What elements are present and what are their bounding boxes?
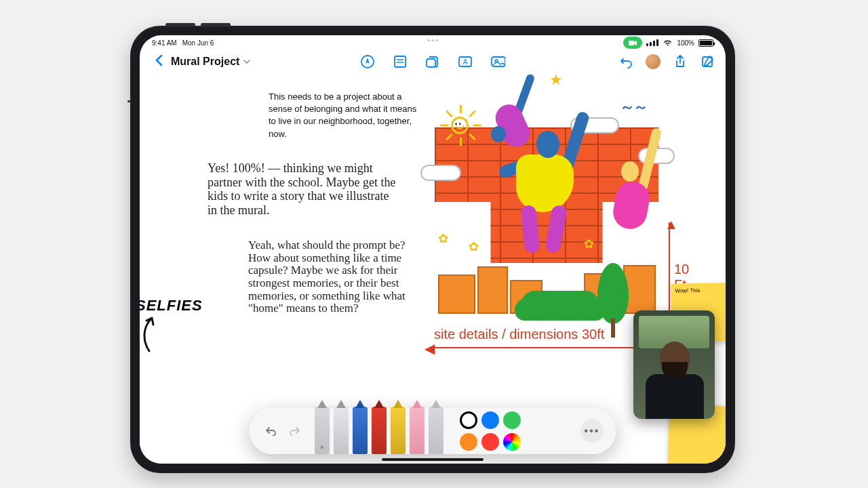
status-bar: 9:41 AM Mon Jun 6 100% — [140, 35, 726, 50]
sticky-note-button[interactable] — [393, 54, 408, 69]
pencil-tool[interactable] — [334, 407, 349, 454]
multitask-dots[interactable] — [428, 39, 438, 41]
ipad-screen: 9:41 AM Mon Jun 6 100% — [140, 35, 726, 464]
color-swatch-blue[interactable] — [481, 411, 499, 429]
tree-icon — [597, 263, 629, 324]
share-button[interactable] — [673, 54, 688, 69]
status-time: 9:41 AM — [152, 39, 177, 47]
battery-icon — [698, 39, 713, 47]
chevron-down-icon — [243, 60, 250, 64]
handwritten-note-1: Yes! 100%! — thinking we might partner w… — [208, 161, 397, 218]
wifi-icon — [663, 39, 673, 47]
signal-dots — [646, 39, 658, 46]
flower-icon: ✿ — [584, 237, 594, 251]
sticky-note-text: Wow! This — [675, 287, 700, 294]
palette-undo-button[interactable] — [262, 422, 279, 440]
color-swatch-black[interactable] — [460, 411, 477, 429]
lasso-tool[interactable] — [429, 407, 443, 454]
palette-more-button[interactable]: ••• — [580, 420, 604, 443]
collaborator-avatar[interactable] — [646, 54, 660, 69]
color-swatch-empty — [525, 411, 542, 429]
side-button — [127, 100, 131, 102]
eraser-tool[interactable] — [410, 407, 425, 454]
pen-tools: A — [315, 408, 443, 454]
facetime-pip[interactable] — [633, 310, 715, 419]
home-indicator[interactable] — [382, 458, 484, 461]
insert-tools: A — [360, 54, 505, 69]
crayon-tool[interactable] — [372, 407, 387, 454]
flower-icon: ✿ — [438, 231, 448, 246]
pen-tool-button[interactable] — [360, 54, 375, 69]
volume-button — [165, 23, 195, 26]
board-title[interactable]: Mural Project — [171, 56, 250, 68]
compose-button[interactable] — [700, 54, 715, 69]
svg-rect-2 — [395, 56, 406, 67]
dimension-note-label: site details / dimensions 30ft — [434, 327, 604, 342]
flower-icon: ✿ — [469, 239, 479, 254]
video-icon — [629, 40, 637, 46]
highlighter-tool[interactable] — [391, 407, 406, 454]
pip-participant — [648, 340, 701, 415]
status-date: Mon Jun 6 — [182, 39, 214, 47]
ipad-device-frame: 9:41 AM Mon Jun 6 100% — [130, 26, 735, 473]
app-toolbar: Mural Project A — [140, 50, 726, 73]
files-button[interactable] — [425, 54, 440, 69]
palette-redo-button[interactable] — [286, 422, 304, 440]
back-button[interactable] — [151, 54, 167, 70]
svg-rect-0 — [629, 41, 634, 45]
battery-percent: 100% — [677, 39, 694, 47]
color-picker-button[interactable] — [503, 433, 521, 451]
mural-illustration: • • ★ ～ ～ — [431, 77, 689, 334]
arrow-icon — [140, 314, 160, 360]
person-illustration — [496, 104, 597, 246]
svg-rect-5 — [427, 59, 435, 67]
typed-text-block[interactable]: This needs to be a project about a sense… — [269, 91, 425, 140]
drawing-palette: A ••• — [250, 408, 616, 454]
marker-tool[interactable] — [353, 407, 368, 454]
side-label-selfies: SELFIES — [140, 297, 203, 314]
pen-tool[interactable]: A — [315, 407, 330, 454]
color-swatch-green[interactable] — [503, 411, 521, 429]
freeform-canvas[interactable]: This needs to be a project about a sense… — [140, 73, 726, 464]
board-title-label: Mural Project — [171, 56, 239, 68]
textbox-button[interactable]: A — [458, 54, 473, 69]
svg-text:A: A — [463, 58, 468, 66]
color-swatch-red[interactable] — [481, 433, 499, 451]
birds-icon: ～ ～ — [620, 97, 646, 117]
undo-button[interactable] — [618, 54, 633, 69]
sun-icon: • • — [443, 109, 476, 142]
color-swatch-orange[interactable] — [460, 433, 477, 451]
handwritten-note-2: Yeah, what should the prompt be? How abo… — [248, 239, 425, 315]
photo-button[interactable] — [490, 54, 505, 69]
facetime-active-pill[interactable] — [623, 37, 642, 49]
volume-button — [201, 23, 231, 26]
color-swatches — [460, 411, 542, 451]
person-illustration — [608, 155, 682, 270]
cloud-icon — [420, 165, 461, 181]
bush-icon — [530, 293, 591, 317]
